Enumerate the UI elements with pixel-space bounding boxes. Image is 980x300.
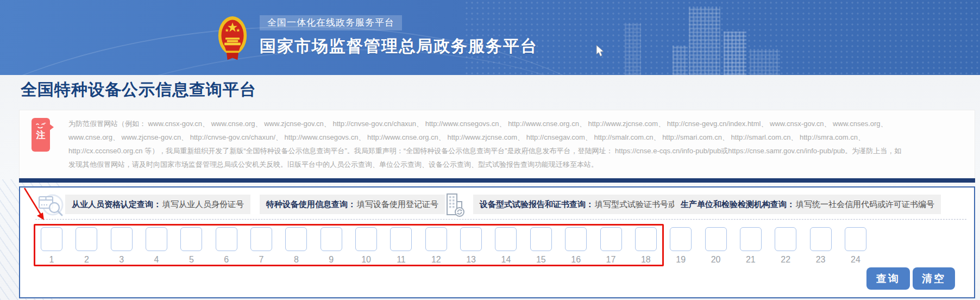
char-input-box-12[interactable] <box>425 227 447 251</box>
hint-value: 填写设备使用登记证号 <box>357 199 438 209</box>
char-input-box-9[interactable] <box>321 227 342 251</box>
search-panel: 从业人员资格认定查询：填写从业人员身份证号 特种设备使用信息查询：填写设备使用登… <box>19 186 975 298</box>
hint-label: 特种设备使用信息查询： <box>266 199 356 209</box>
char-box-number: 5 <box>180 255 202 265</box>
char-input-row: 123456789101112131415161718192021222324 <box>41 227 866 265</box>
char-input-box-10[interactable] <box>355 227 377 251</box>
char-cell: 18 <box>635 227 657 265</box>
wink-face-icon <box>35 123 46 129</box>
section-divider-bar <box>19 178 975 183</box>
notice-line: 为防范假冒网站（例如： www.cnsx-gov.cn、 www.cnse.or… <box>68 117 965 130</box>
char-input-box-14[interactable] <box>495 227 517 251</box>
hint-label: 设备型式试验报告和证书查询： <box>480 199 594 209</box>
char-cell: 24 <box>845 227 866 265</box>
notice-line: 发现其他假冒网站，请及时向国家市场监督管理总局或公安机关反映。旧版平台中的人员公… <box>68 158 965 171</box>
clear-button[interactable]: 清空 <box>913 267 955 290</box>
char-input-box-8[interactable] <box>285 227 307 251</box>
page: { "header": { "subtitle": "全国一体化在线政务服务平台… <box>0 0 980 300</box>
char-input-box-3[interactable] <box>111 227 133 251</box>
site-header: 全国一体化在线政务服务平台 国家市场监督管理总局政务服务平台 <box>0 0 980 75</box>
char-cell: 3 <box>111 227 133 265</box>
char-cell: 20 <box>705 227 727 265</box>
notice-line: www.cnse.org、 www.zjcnse-gov.cn、 http://… <box>68 130 965 144</box>
header-halftone-decoration <box>464 0 980 75</box>
char-cell: 1 <box>41 227 62 265</box>
char-box-number: 6 <box>216 255 237 265</box>
hint-value: 填写从业人员身份证号 <box>162 199 244 209</box>
char-input-box-2[interactable] <box>76 227 97 251</box>
char-box-number: 17 <box>600 255 622 265</box>
char-input-box-22[interactable] <box>775 227 796 251</box>
char-box-number: 18 <box>635 255 657 265</box>
char-input-box-1[interactable] <box>41 227 62 251</box>
china-national-emblem-logo <box>217 15 248 62</box>
hint-producer-query: 生产单位和检验检测机构查询：填写统一社会信用代码或许可证书编号 <box>674 195 941 214</box>
hint-equipment-use-query: 特种设备使用信息查询：填写设备使用登记证号 <box>260 195 445 214</box>
char-box-number: 1 <box>41 255 62 265</box>
char-cell: 2 <box>76 227 97 265</box>
char-input-box-6[interactable] <box>216 227 237 251</box>
anti-fraud-notice: 注 为防范假冒网站（例如： www.cnsx-gov.cn、 www.cnse.… <box>19 110 975 178</box>
char-input-box-24[interactable] <box>845 227 866 251</box>
query-button[interactable]: 查询 <box>866 267 910 290</box>
hint-label: 从业人员资格认定查询： <box>72 199 161 209</box>
char-input-box-23[interactable] <box>810 227 832 251</box>
hint-personnel-query: 从业人员资格认定查询：填写从业人员身份证号 <box>65 195 250 214</box>
page-title: 全国特种设备公示信息查询平台 <box>21 79 256 101</box>
char-cell: 23 <box>810 227 832 265</box>
char-input-box-16[interactable] <box>565 227 587 251</box>
char-box-number: 9 <box>321 255 342 265</box>
char-cell: 6 <box>216 227 237 265</box>
char-input-box-18[interactable] <box>635 227 657 251</box>
char-cell: 14 <box>495 227 517 265</box>
char-box-number: 20 <box>705 255 727 265</box>
char-cell: 9 <box>321 227 342 265</box>
char-cell: 22 <box>775 227 796 265</box>
char-input-box-17[interactable] <box>600 227 622 251</box>
char-cell: 5 <box>180 227 202 265</box>
char-cell: 4 <box>146 227 167 265</box>
char-box-number: 21 <box>740 255 762 265</box>
char-input-box-20[interactable] <box>705 227 727 251</box>
mouse-cursor <box>596 45 605 58</box>
header-building-decoration <box>689 7 720 75</box>
char-box-number: 22 <box>775 255 796 265</box>
char-box-number: 7 <box>250 255 272 265</box>
char-input-box-4[interactable] <box>146 227 167 251</box>
char-cell: 11 <box>390 227 412 265</box>
char-box-number: 10 <box>355 255 377 265</box>
char-cell: 8 <box>285 227 307 265</box>
header-building-decoration <box>673 46 688 75</box>
char-cell: 17 <box>600 227 622 265</box>
header-building-decoration <box>625 23 641 75</box>
char-input-box-15[interactable] <box>530 227 552 251</box>
char-cell: 12 <box>425 227 447 265</box>
package-search-icon <box>36 192 65 217</box>
char-box-number: 16 <box>565 255 587 265</box>
notice-badge-label: 注 <box>32 129 50 141</box>
char-input-box-7[interactable] <box>250 227 272 251</box>
char-box-number: 23 <box>810 255 832 265</box>
header-building-decoration <box>724 32 746 75</box>
char-input-box-21[interactable] <box>740 227 762 251</box>
char-input-box-5[interactable] <box>180 227 202 251</box>
char-box-number: 13 <box>460 255 482 265</box>
char-cell: 19 <box>670 227 692 265</box>
char-input-box-19[interactable] <box>670 227 692 251</box>
char-box-number: 15 <box>530 255 552 265</box>
char-box-number: 4 <box>146 255 167 265</box>
char-cell: 15 <box>530 227 552 265</box>
char-cell: 10 <box>355 227 377 265</box>
char-box-number: 8 <box>285 255 307 265</box>
header-subtitle: 全国一体化在线政务服务平台 <box>260 15 402 30</box>
notice-text: 为防范假冒网站（例如： www.cnsx-gov.cn、 www.cnse.or… <box>68 117 965 171</box>
notice-badge: 注 <box>32 118 50 152</box>
building-refresh-icon <box>439 192 468 218</box>
char-box-number: 12 <box>425 255 447 265</box>
char-input-box-11[interactable] <box>390 227 412 251</box>
hint-label: 生产单位和检验检测机构查询： <box>681 199 795 209</box>
char-box-number: 3 <box>111 255 133 265</box>
char-input-box-13[interactable] <box>460 227 482 251</box>
char-cell: 7 <box>250 227 272 265</box>
char-cell: 13 <box>460 227 482 265</box>
